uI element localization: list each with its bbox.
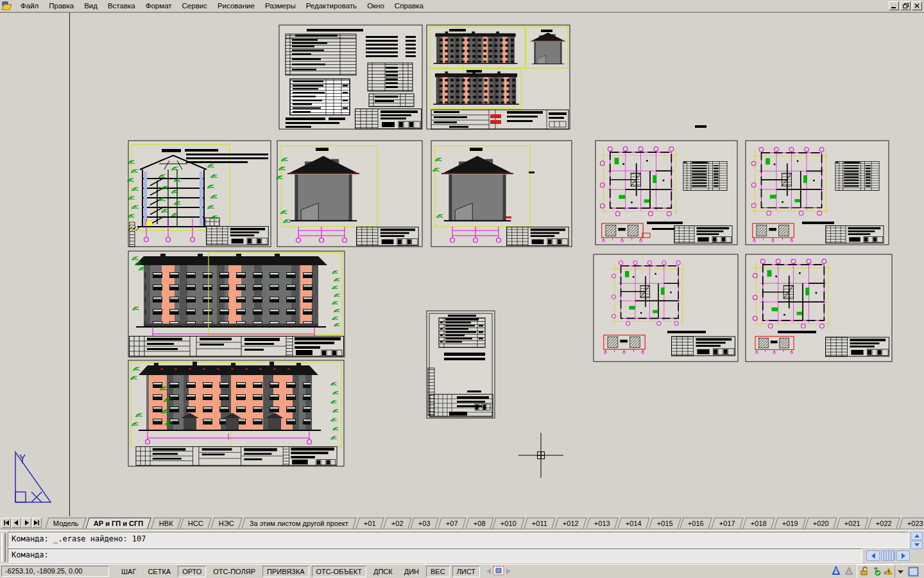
sheet-gable-elevation-a[interactable] [276, 141, 422, 247]
tab-plus021[interactable]: +021 [837, 518, 869, 529]
tab-plus016[interactable]: +016 [680, 518, 712, 529]
tab-other-project[interactable]: За этим листом другой проект [241, 518, 356, 529]
tab-plus018[interactable]: +018 [742, 518, 774, 529]
next-tab-button[interactable] [22, 518, 31, 528]
menu-service[interactable]: Сервис [177, 1, 212, 10]
tab-plus013[interactable]: +013 [586, 518, 618, 529]
toggle-grid[interactable]: СЕТКА [143, 566, 175, 577]
sheet-floor-plan-b[interactable] [746, 141, 889, 245]
tab-plus011[interactable]: +011 [524, 518, 556, 529]
menu-window[interactable]: Окно [362, 1, 389, 10]
tab-plus03[interactable]: +03 [411, 518, 439, 529]
close-button[interactable] [912, 1, 922, 10]
trusted-source-icon[interactable] [871, 566, 881, 577]
menu-file[interactable]: Файл [15, 1, 44, 10]
toggle-dyn[interactable]: ДИН [400, 566, 424, 577]
stray-mark[interactable] [695, 125, 706, 128]
restore-button[interactable] [900, 1, 911, 10]
sheet-gable-elevation-b[interactable] [431, 141, 572, 247]
sheet-title-tables[interactable] [279, 25, 422, 129]
tab-model[interactable]: Модель [45, 518, 87, 529]
sheet-main-facade[interactable] [128, 251, 345, 357]
menu-dimensions[interactable]: Размеры [260, 1, 301, 10]
command-window: Команда: _.erase найдено: 107 Команда: [0, 531, 924, 564]
app-icon [1, 1, 13, 11]
command-window-grip[interactable] [1, 533, 6, 562]
minimize-button[interactable] [889, 1, 899, 10]
sheet-facades-overview[interactable] [427, 25, 570, 129]
clean-screen-button[interactable] [906, 566, 920, 577]
tab-plus015[interactable]: +015 [649, 518, 681, 529]
toggle-snap[interactable]: ШАГ [117, 566, 141, 577]
tab-plus07[interactable]: +07 [438, 518, 466, 529]
prev-tab-button[interactable] [12, 518, 21, 528]
last-tab-button[interactable] [32, 518, 42, 528]
status-menu-arrow-icon[interactable] [898, 568, 903, 575]
toggle-ortho[interactable]: ОРТО [178, 566, 206, 577]
command-input[interactable]: Команда: [8, 548, 862, 563]
tab-plus01[interactable]: +01 [355, 518, 384, 529]
sheet-floor-plan-a[interactable] [595, 141, 737, 245]
toggle-osnap[interactable]: ПРИВЯЗКА [262, 566, 309, 577]
menu-insert[interactable]: Вставка [103, 1, 141, 10]
annotation-monitor-icon[interactable] [844, 566, 854, 577]
menu-view[interactable]: Вид [79, 1, 103, 10]
tab-nvk[interactable]: НВК [151, 518, 181, 529]
command-vertical-scrollbar[interactable] [911, 532, 923, 550]
layout-tab-bar: Модель АР и ГП и СГП НВК НСС НЭС За этим… [0, 516, 924, 529]
tab-plus012[interactable]: +012 [555, 518, 587, 529]
toggle-lwt[interactable]: ВЕС [426, 566, 450, 577]
scroll-right-button[interactable] [896, 550, 910, 561]
scroll-thumb[interactable] [881, 550, 895, 561]
command-horizontal-scrollbar[interactable] [866, 550, 910, 561]
security-warning-icon[interactable] [882, 566, 893, 577]
sheet-section[interactable] [127, 141, 271, 247]
menu-edit[interactable]: Правка [44, 1, 79, 10]
tab-plus02[interactable]: +02 [383, 518, 411, 529]
tab-ar-gp-sgp[interactable]: АР и ГП и СГП [86, 518, 151, 529]
tab-plus017[interactable]: +017 [712, 518, 744, 529]
toggle-polar[interactable]: ОТС-ПОЛЯР [209, 566, 260, 577]
toggle-ducs[interactable]: ДПСК [369, 566, 397, 577]
command-history: Команда: _.erase найдено: 107 [8, 532, 909, 548]
tab-nss[interactable]: НСС [180, 518, 212, 529]
menu-format[interactable]: Формат [141, 1, 177, 10]
drawing-area[interactable] [0, 12, 924, 516]
prev-layout-arrow-icon[interactable] [486, 568, 491, 575]
command-prompt-line: Команда: [12, 550, 49, 559]
drawing-canvas[interactable] [0, 13, 924, 516]
scroll-left-button[interactable] [866, 550, 880, 561]
sheet-floor-plan-c[interactable] [594, 254, 738, 362]
status-bar: -6253.10, -1809.25, 0.00 ШАГ СЕТКА ОРТО … [0, 564, 924, 578]
tab-plus08[interactable]: +08 [465, 518, 493, 529]
coordinates-readout: -6253.10, -1809.25, 0.00 [1, 566, 109, 577]
sheet-floor-plan-d[interactable] [746, 254, 892, 362]
toggle-otrack[interactable]: ОТС-ОБЪЕКТ [312, 566, 366, 577]
tab-plus023[interactable]: +023 [899, 518, 924, 529]
toolbar-unlock-icon[interactable] [859, 566, 869, 577]
menu-help[interactable]: Справка [389, 1, 429, 10]
tab-plus010[interactable]: +010 [493, 518, 525, 529]
tab-plus019[interactable]: +019 [774, 518, 806, 529]
sheet-notes[interactable] [427, 311, 495, 418]
scroll-up-button[interactable] [911, 532, 923, 540]
layout-preview-icon[interactable] [493, 566, 504, 577]
next-layout-arrow-icon[interactable] [506, 568, 511, 575]
menu-modify[interactable]: Редактировать [301, 1, 362, 10]
tab-plus022[interactable]: +022 [868, 518, 900, 529]
scroll-down-button[interactable] [911, 541, 923, 549]
communication-center-icon[interactable] [831, 566, 841, 577]
command-history-line: Команда: _.erase найдено: 107 [12, 534, 146, 543]
tab-plus014[interactable]: +014 [617, 518, 649, 529]
tab-nes[interactable]: НЭС [211, 518, 243, 529]
toggle-layout[interactable]: ЛИСТ [452, 566, 480, 577]
first-tab-button[interactable] [1, 518, 11, 528]
menu-draw[interactable]: Рисование [212, 1, 260, 10]
menu-bar: Файл Правка Вид Вставка Формат Сервис Ри… [0, 0, 924, 12]
tab-plus020[interactable]: +020 [805, 518, 837, 529]
sheet-entrance-facade[interactable] [128, 360, 344, 466]
